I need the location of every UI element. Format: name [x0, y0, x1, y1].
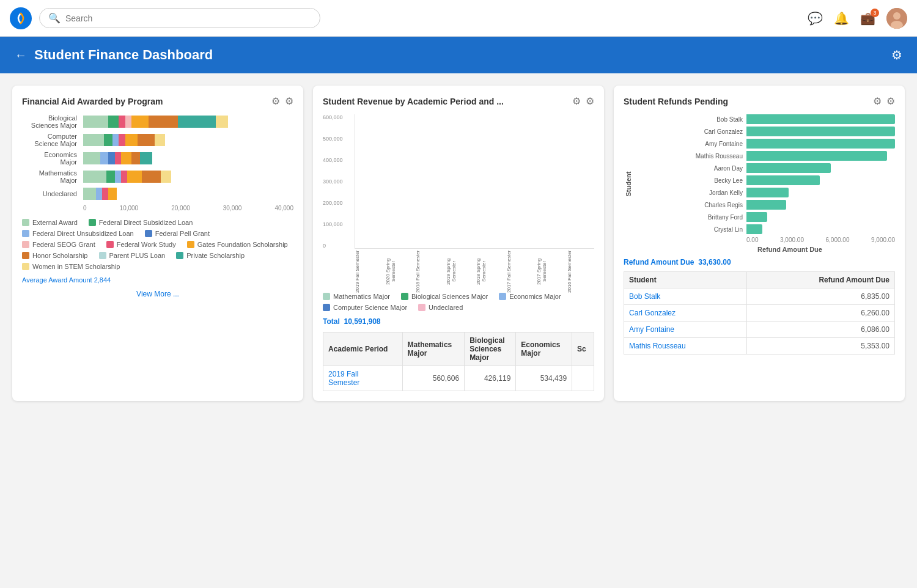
total-value: 10,591,908 [344, 317, 380, 326]
header-bar: ← Student Finance Dashboard ⚙ [0, 37, 917, 73]
student-cell[interactable]: Amy Fontaine [624, 322, 747, 338]
legend-dot [89, 219, 96, 226]
x-label: 2020 Spring Semester [385, 250, 413, 293]
axis-20k: 20,000 [171, 205, 190, 211]
legend-label: Federal Direct Subsidized Loan [99, 219, 193, 226]
settings-icon[interactable]: ⚙ [891, 48, 902, 62]
legend-dot [187, 241, 194, 248]
refunds-chart: Student Bob Stalk Carl Gonzalez Amy Font… [624, 114, 895, 253]
card1-title: Financial Aid Awarded by Program [22, 97, 163, 106]
legend-math-major: Mathematics Major [323, 293, 390, 300]
student-name: Amy Fontaine [685, 141, 743, 147]
legend-dot [499, 293, 506, 300]
student-name: Mathis Rousseau [685, 153, 743, 160]
legend-honor: Honor Scholarship [22, 252, 88, 259]
y-label-300k: 300,000 [323, 178, 343, 185]
total-label: Total [323, 317, 340, 326]
col-math: MathematicsMajor [402, 333, 465, 366]
chart-row-cs: ComputerScience Major [22, 133, 293, 147]
x-label: 2019 Spring Semester [446, 250, 474, 293]
avg-label: Average Award Amount 2,844 [22, 276, 293, 284]
econ-cell: 534,439 [516, 366, 572, 391]
workday-logo[interactable] [10, 7, 32, 29]
refund-bar [746, 139, 895, 149]
refund-row-becky: Becky Lee [685, 175, 895, 185]
legend-external-award: External Award [22, 219, 78, 226]
card3-icons: ⚙ ⚙ [873, 95, 895, 107]
legend-label: Economics Major [509, 293, 561, 300]
bio-cell: 426,119 [465, 366, 516, 391]
student-refunds-card: Student Refunds Pending ⚙ ⚙ Student Bob … [614, 86, 905, 401]
chart-row-bio: BiologicalSciences Major [22, 114, 293, 129]
chart-row-undeclared: Undeclared [22, 188, 293, 200]
x-label: 2018 Fall Semester [415, 250, 443, 293]
bell-icon[interactable]: 🔔 [834, 11, 849, 26]
legend-label: Federal Work Study [117, 241, 176, 248]
card1-icons: ⚙ ⚙ [271, 95, 293, 107]
refund-row-carl: Carl Gonzalez [685, 127, 895, 136]
table-row: Amy Fontaine 6,086.00 [624, 322, 895, 338]
legend-women-stem: Women in STEM Scholarship [22, 263, 120, 270]
student-cell[interactable]: Bob Stalk [624, 288, 747, 305]
legend-label: Parent PLUS Loan [109, 252, 166, 259]
legend-dot [106, 241, 114, 248]
filter-icon[interactable]: ⚙ [271, 95, 280, 107]
math-bar [83, 171, 293, 183]
student-name: Crystal Lin [685, 226, 743, 233]
refund-table-header: Student Refund Amount Due [624, 272, 895, 288]
x-axis-title: Refund Amount Due [685, 246, 895, 253]
chat-icon[interactable]: 💬 [808, 11, 823, 26]
x-3000: 3,000.00 [780, 237, 804, 243]
student-cell[interactable]: Mathis Rousseau [624, 338, 747, 355]
settings-icon[interactable]: ⚙ [285, 95, 293, 107]
undeclared-label: Undeclared [22, 190, 77, 197]
search-input[interactable] [65, 13, 311, 23]
table-header-row: Academic Period MathematicsMajor Biologi… [323, 333, 594, 366]
legend-dot [22, 230, 29, 237]
search-bar[interactable]: 🔍 [39, 8, 320, 28]
filter-icon[interactable]: ⚙ [873, 95, 882, 107]
revenue-table: Academic Period MathematicsMajor Biologi… [323, 332, 594, 391]
table-row: Bob Stalk 6,835.00 [624, 288, 895, 305]
legend-label: Honor Scholarship [32, 252, 88, 259]
inbox-icon[interactable]: 💼 3 [860, 11, 875, 26]
period-cell[interactable]: 2019 FallSemester [323, 366, 403, 391]
settings-icon[interactable]: ⚙ [886, 95, 895, 107]
legend-dot [22, 263, 29, 270]
back-button[interactable]: ← [15, 48, 27, 62]
legend-dot [401, 293, 408, 300]
legend-label: Federal SEOG Grant [32, 241, 95, 248]
x-label: 2017 Spring Semester [536, 250, 564, 293]
nav-icons: 💬 🔔 💼 3 [808, 8, 907, 29]
legend-cs-major: Computer Science Major [323, 304, 407, 311]
axis-40k: 40,000 [274, 205, 293, 211]
refund-row-amy: Amy Fontaine [685, 139, 895, 149]
student-name: Bob Stalk [685, 116, 743, 123]
legend-seog: Federal SEOG Grant [22, 241, 95, 248]
svg-point-1 [893, 12, 900, 20]
filter-icon[interactable]: ⚙ [572, 95, 581, 107]
refund-bar [746, 114, 895, 124]
legend-undeclared: Undeclared [418, 304, 463, 311]
amount-cell: 6,835.00 [746, 288, 894, 305]
y-axis-title: Student [625, 171, 632, 196]
view-more-button[interactable]: View More ... [22, 290, 293, 298]
legend-work-study: Federal Work Study [106, 241, 176, 248]
legend-dot [176, 252, 183, 259]
settings-icon[interactable]: ⚙ [586, 95, 594, 107]
col-bio: BiologicalSciencesMajor [465, 333, 516, 366]
chart-row-econ: EconomicsMajor [22, 151, 293, 166]
x-axis: 2019 Fall Semester 2020 Spring Semester … [355, 249, 594, 293]
student-cell[interactable]: Carl Gonzalez [624, 305, 747, 322]
legend-label: Federal Pell Grant [155, 230, 210, 237]
table-row: 2019 FallSemester 560,606 426,119 534,43… [323, 366, 594, 391]
legend-label: External Award [32, 219, 78, 226]
y-label-600k: 600,000 [323, 114, 343, 120]
legend-pell-grant: Federal Pell Grant [145, 230, 210, 237]
legend-label: Gates Foundation Scholarship [197, 241, 288, 248]
top-navigation: 🔍 💬 🔔 💼 3 [0, 0, 917, 37]
card1-header: Financial Aid Awarded by Program ⚙ ⚙ [22, 95, 293, 107]
page-title: Student Finance Dashboard [34, 47, 213, 63]
legend-dot [99, 252, 106, 259]
avatar[interactable] [886, 8, 907, 29]
